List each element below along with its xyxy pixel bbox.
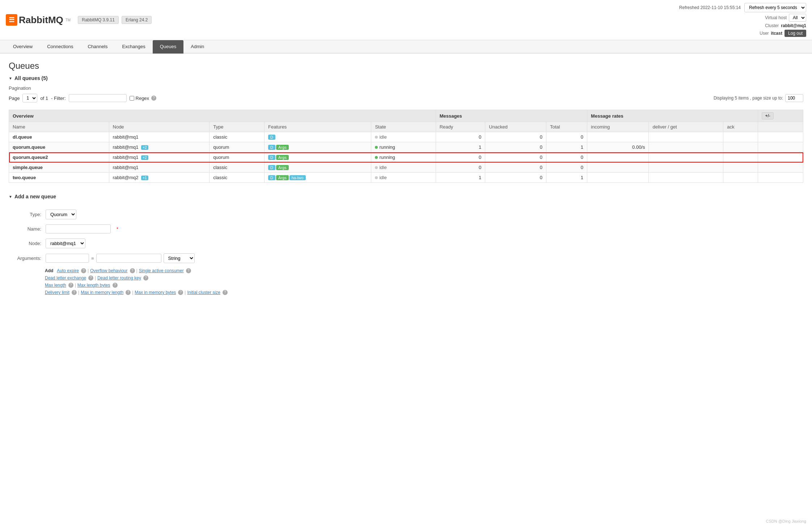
feature-args-tag[interactable]: Args [276,165,289,170]
regex-help[interactable]: ? [151,96,156,101]
args-value-input[interactable] [96,254,161,263]
help-delivery-limit[interactable]: ? [72,290,77,295]
table-row[interactable]: two.queuerabbit@mq2 +1classicDArgsha-two… [9,173,803,183]
feature-args-tag[interactable]: Args [276,175,289,180]
help-overflow[interactable]: ? [130,268,135,273]
link-overflow[interactable]: Overflow behaviour [90,268,127,273]
link-single-active[interactable]: Single active consumer [139,268,184,273]
table-row[interactable]: simple.queuerabbit@mq1classicDArgsidle00… [9,163,803,173]
nav-connections[interactable]: Connections [40,40,80,54]
sep7: | [185,290,186,295]
regex-checkbox[interactable] [130,96,134,101]
filter-label: - Filter: [51,96,65,101]
name-row: Name: * [9,224,803,233]
queue-ready: 0 [436,132,485,142]
add-queue-triangle: ▼ [9,195,12,199]
type-row: Type: Quorum Classic Stream [9,210,803,219]
queue-deliver [649,173,723,183]
virtual-host-select[interactable]: All [789,14,806,22]
filter-input[interactable] [69,94,127,102]
queue-total: 0 [546,163,587,173]
col-deliver-header: deliver / get [649,122,723,132]
state-running: running [375,155,432,160]
node-select[interactable]: rabbit@mq1 rabbit@mq2 [46,239,85,248]
feature-hatwo-tag: ha-two [289,175,306,180]
queue-unacked: 0 [485,152,546,163]
queue-name[interactable]: quorum.queue [13,144,45,150]
plus-minus-btn[interactable]: +/- [758,110,803,122]
help-dle[interactable]: ? [88,275,93,281]
node-row: Node: rabbit@mq1 rabbit@mq2 [9,239,803,248]
args-type-select[interactable]: String Number Boolean [164,253,195,263]
logout-button[interactable]: Log out [784,30,806,37]
nav-exchanges[interactable]: Exchanges [115,40,152,54]
link-auto-expire[interactable]: Auto expire [57,268,79,273]
col-toggle-button[interactable]: +/- [762,112,773,119]
help-max-length[interactable]: ? [68,283,73,288]
queue-name[interactable]: simple.queue [13,165,43,170]
link-max-in-memory-bytes[interactable]: Max in memory bytes [135,290,176,295]
nav-admin[interactable]: Admin [183,40,211,54]
pagination-section: Pagination Page 1 of 1 - Filter: Regex ?… [9,85,803,102]
queue-type: classic [210,163,265,173]
refresh-select[interactable]: Refresh every 5 seconds Every 10 seconds… [744,3,806,12]
help-single-active[interactable]: ? [186,268,191,273]
link-dead-letter-exchange[interactable]: Dead letter exchange [45,275,86,281]
queue-ready: 1 [436,142,485,152]
link-dead-letter-routing[interactable]: Dead letter routing key [97,275,141,281]
help-initial-cluster-size[interactable]: ? [223,290,228,295]
page-select[interactable]: 1 [22,94,37,102]
state-running: running [375,144,432,150]
table-row[interactable]: quorum.queue2rabbit@mq1 +2quorumDArgsrun… [9,152,803,163]
link-max-length[interactable]: Max length [45,283,66,288]
name-input[interactable] [46,224,111,233]
state-dot [375,156,378,159]
col-ready-header: Ready [436,122,485,132]
link-delivery-limit[interactable]: Delivery limit [45,290,69,295]
rabbitmq-version-badge: RabbitMQ 3.9.11 [78,16,119,24]
queue-name[interactable]: quorum.queue2 [13,155,48,160]
add-links-row2: Dead letter exchange ? | Dead letter rou… [45,275,803,281]
help-max-length-bytes[interactable]: ? [113,283,118,288]
queue-extra [758,173,803,183]
all-queues-label: All queues (5) [14,75,48,81]
help-dlrk[interactable]: ? [143,275,148,281]
table-row[interactable]: dl.queuerabbit@mq1classicDidle000 [9,132,803,142]
col-state-header: State [371,122,436,132]
all-queues-header[interactable]: ▼ All queues (5) [9,75,803,81]
col-node-header: Node [109,122,210,132]
feature-args-tag[interactable]: Args [276,155,289,160]
queue-state: running [371,152,436,163]
type-label: Type: [9,212,41,217]
link-max-length-bytes[interactable]: Max length bytes [77,283,110,288]
nav-overview[interactable]: Overview [6,40,40,54]
type-select[interactable]: Quorum Classic Stream [46,210,76,219]
link-initial-cluster-size[interactable]: Initial cluster size [187,290,220,295]
logo-icon: ☰ [6,14,17,26]
help-max-in-memory-bytes[interactable]: ? [178,290,183,295]
add-queue-header[interactable]: ▼ Add a new queue [9,194,803,199]
queue-name[interactable]: two.queue [13,175,36,180]
of-label: of 1 [40,96,48,101]
queue-extra [758,142,803,152]
feature-args-tag[interactable]: Args [276,145,289,150]
link-max-in-memory-length[interactable]: Max in memory length [81,290,123,295]
page-size-input[interactable] [785,94,803,102]
state-idle: idle [375,134,432,140]
help-auto-expire[interactable]: ? [81,268,86,273]
refreshed-text: Refreshed 2022-11-10 15:55:14 [679,5,741,10]
help-max-in-memory-length[interactable]: ? [126,290,131,295]
queue-ready: 0 [436,163,485,173]
queue-features: DArgs [265,142,371,152]
logo: ☰ RabbitMQ TM [6,14,71,26]
state-idle: idle [375,175,432,180]
table-row[interactable]: quorum.queuerabbit@mq1 +2quorumDArgsrunn… [9,142,803,152]
nav-queues[interactable]: Queues [153,40,184,54]
queue-name[interactable]: dl.queue [13,134,32,140]
sep1: | [88,268,89,273]
nav-channels[interactable]: Channels [80,40,115,54]
node-plus-tag: +2 [141,155,148,160]
col-type-header: Type [210,122,265,132]
queue-total: 0 [546,152,587,163]
args-key-input[interactable] [46,254,89,263]
